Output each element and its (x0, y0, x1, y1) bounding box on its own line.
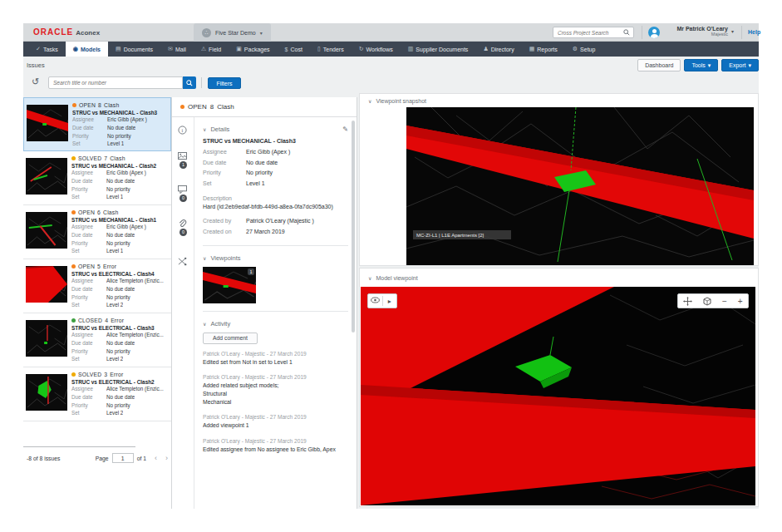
tab-workflows[interactable]: ↻ Workflows (352, 42, 401, 57)
tab-models[interactable]: ◉ Models (66, 42, 108, 57)
chevron-down-icon: ∨ (203, 255, 206, 261)
pan-icon[interactable] (683, 297, 692, 306)
field-row-priority: PriorityNo priority (71, 239, 168, 248)
export-button[interactable]: Export▾ (721, 59, 759, 71)
issue-card[interactable]: OPEN 5 Error STRUC vs ELECTRICAL - Clash… (23, 259, 171, 313)
set-label: Set (72, 140, 107, 148)
edit-icon[interactable]: ✎ (342, 126, 348, 133)
issue-type: Error (111, 318, 124, 323)
zoom-out-icon[interactable]: − (722, 297, 727, 306)
tab-label: Reports (537, 47, 558, 52)
help-link[interactable]: Help (748, 29, 760, 35)
snapshot-model-label: MC-ZI-L1 | L1E Apartments [2] (416, 233, 484, 238)
info-icon[interactable]: i (178, 126, 187, 135)
tab-label: Models (81, 47, 101, 52)
field-icon: ⚠ (201, 46, 206, 52)
tab-cost[interactable]: $ Cost (278, 42, 310, 57)
add-comment-button[interactable]: Add comment (203, 332, 258, 344)
model-3d-viewer[interactable]: ▸ − + (361, 287, 755, 505)
issue-fields: AssigneeEric Gibb (Apex )Due dateNo due … (71, 169, 168, 201)
details-section-header[interactable]: ∨ Details ✎ (203, 126, 348, 133)
viewpoints-section-header[interactable]: ∨ Viewpoints (203, 254, 348, 262)
issue-card[interactable]: CLOSED 4 Error STRUC vs ELECTRICAL - Cla… (23, 313, 171, 367)
issue-card[interactable]: SOLVED 3 Error STRUC vs ELECTRICAL - Cla… (23, 367, 171, 421)
comments-icon[interactable] (178, 185, 187, 194)
viewpoint-thumbnail[interactable]: 1 (203, 267, 256, 303)
issue-status-row: OPEN 5 Error (71, 264, 168, 269)
priority-value: No priority (106, 185, 130, 194)
status-dot (71, 264, 76, 268)
assignee-value: Eric Gibb (Apex ) (246, 147, 290, 158)
tab-reports[interactable]: ▦ Reports (522, 42, 565, 57)
issue-search-button[interactable] (183, 76, 196, 89)
issue-type: Error (110, 372, 123, 377)
tab-setup[interactable]: ⚙ Setup (565, 42, 603, 57)
expand-arrow-icon[interactable]: ▸ (383, 298, 397, 305)
project-selector[interactable]: ∴ Five Star Demo ▾ (194, 23, 271, 42)
dashboard-button[interactable]: Dashboard (637, 59, 681, 71)
due-date-label: Due date (71, 285, 106, 293)
viewpoints-icon[interactable] (178, 152, 187, 160)
issue-card[interactable]: SOLVED 7 Clash STRUC vs MECHANICAL - Cla… (23, 151, 171, 205)
brand-oracle: ORACLE (33, 27, 73, 37)
tab-mail[interactable]: ✉ Mail (160, 42, 194, 57)
activity-section-header[interactable]: ∨ Activity (203, 320, 348, 328)
orbit-cube-icon[interactable] (703, 297, 711, 306)
tab-field[interactable]: ⚠ Field (194, 42, 229, 57)
tab-directory[interactable]: ♟ Directory (475, 42, 521, 57)
prev-page-button[interactable]: ‹ (155, 454, 157, 462)
issue-card[interactable]: OPEN 8 Clash STRUC vs MECHANICAL - Clash… (23, 97, 171, 151)
status-dot (72, 103, 76, 107)
field-row-set: SetLevel 2 (71, 355, 168, 363)
mail-icon: ✉ (168, 46, 173, 52)
issue-status: OPEN (78, 209, 95, 215)
tab-tenders[interactable]: ▯ Tenders (310, 42, 352, 57)
activity-meta: Patrick O'Leary - Majestic - 27 March 20… (203, 351, 348, 357)
issue-search-input[interactable] (48, 76, 183, 89)
tab-label: Workflows (366, 47, 393, 52)
tab-packages[interactable]: ▣ Packages (229, 42, 277, 57)
issue-number: 3 (104, 372, 107, 377)
filters-button[interactable]: Filters (208, 77, 241, 89)
attachments-count-badge: 0 (180, 229, 187, 236)
scrollbar-thumb[interactable] (352, 121, 355, 332)
set-label: Set (71, 355, 106, 363)
tab-documents[interactable]: ▤ Documents (108, 42, 160, 57)
caret-down-icon[interactable]: ▾ (731, 28, 734, 34)
viewer-visibility-control[interactable]: ▸ (367, 293, 397, 308)
tab-supplier-documents[interactable]: ▥ Supplier Documents (401, 42, 476, 57)
issue-status-row: SOLVED 7 Clash (71, 155, 168, 161)
divider (741, 26, 742, 39)
aconex-app-window: ORACLEAconex ∴ Five Star Demo ▾ Mr Patri… (23, 23, 759, 509)
attachment-icon[interactable] (178, 219, 187, 229)
chevron-down-icon: ∨ (368, 98, 371, 104)
due-date-label: Due date (71, 393, 106, 401)
issue-status: SOLVED (78, 372, 101, 377)
model-viewpoint-header[interactable]: ∨ Model viewpoint (360, 268, 758, 287)
related-models-icon[interactable] (178, 257, 187, 266)
status-dot (71, 210, 76, 214)
user-menu[interactable]: Mr Patrick O'Leary Majestic (663, 26, 728, 37)
tab-tasks[interactable]: ✓ Tasks (28, 42, 66, 57)
created-by-value: Patrick O'Leary (Majestic ) (246, 216, 314, 227)
activity-entry: Patrick O'Leary - Majestic - 27 March 20… (203, 414, 348, 430)
next-page-button[interactable]: › (165, 454, 168, 462)
tab-label: Cost (291, 47, 302, 52)
issue-card[interactable]: OPEN 6 Clash STRUC vs MECHANICAL - Clash… (23, 205, 171, 259)
details-section-label: Details (210, 126, 229, 133)
refresh-icon[interactable]: ↺ (32, 76, 39, 87)
viewpoint-snapshot-header[interactable]: ∨ Viewpoint snapshot (360, 94, 758, 107)
cross-project-search-input[interactable] (553, 27, 634, 38)
models-icon: ◉ (73, 46, 78, 52)
created-by-label: Created by (203, 216, 246, 227)
tools-button[interactable]: Tools▾ (684, 59, 718, 71)
zoom-in-icon[interactable]: + (738, 297, 743, 306)
status-dot (71, 318, 76, 323)
page-number-input[interactable] (112, 453, 134, 463)
svg-text:i: i (182, 127, 184, 133)
due-date-value: No due date (106, 177, 135, 185)
search-icon[interactable] (623, 29, 630, 36)
user-avatar[interactable] (648, 27, 660, 38)
set-label: Set (71, 301, 106, 309)
eye-icon[interactable] (368, 297, 382, 305)
